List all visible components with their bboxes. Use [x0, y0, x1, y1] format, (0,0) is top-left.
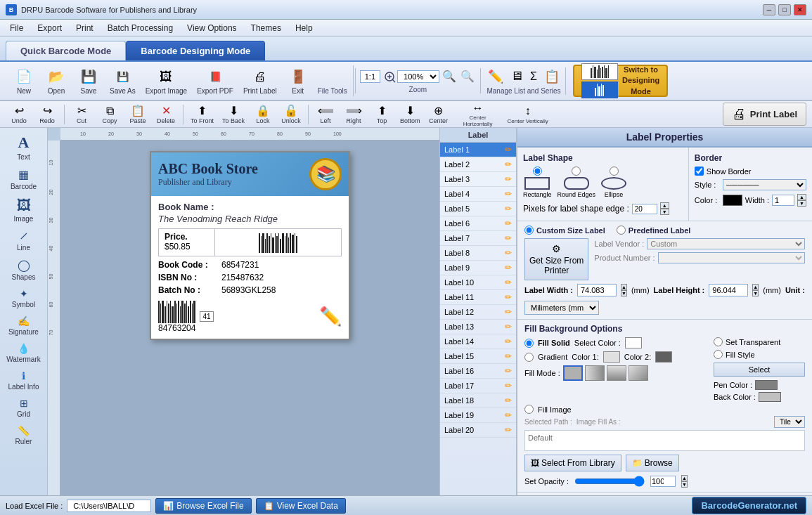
fill-style-radio[interactable]: [714, 350, 723, 359]
fill-solid-radio[interactable]: [524, 339, 534, 348]
design-canvas[interactable]: ABC Book Store Publisher and Library 📚 B…: [60, 141, 439, 495]
gradient-radio[interactable]: [524, 353, 534, 362]
pixels-down[interactable]: ▼: [660, 209, 669, 215]
label-edit-icon[interactable]: ✏: [505, 204, 512, 214]
manage-icon-1[interactable]: ✏️: [486, 67, 505, 86]
tool-symbol[interactable]: ✦ Symbol: [3, 285, 45, 311]
label-edit-icon[interactable]: ✏: [505, 248, 512, 258]
label-list-item[interactable]: Label 20✏: [440, 423, 516, 438]
opacity-up[interactable]: ▲: [681, 475, 688, 481]
new-button[interactable]: 📄 New: [8, 65, 39, 96]
save-button[interactable]: 💾 Save: [73, 65, 104, 96]
fill-mode-4[interactable]: [629, 365, 648, 381]
view-excel-button[interactable]: 📋 View Excel Data: [256, 498, 346, 514]
label-edit-icon[interactable]: ✏: [505, 410, 512, 420]
tool-label-info[interactable]: ℹ Label Info: [3, 367, 45, 393]
menu-item-help[interactable]: Help: [288, 22, 320, 34]
round-radio[interactable]: [572, 167, 581, 176]
tool-line[interactable]: ─ Line: [3, 227, 45, 254]
paste-button[interactable]: 📋 Paste: [124, 103, 151, 126]
manage-icon-3[interactable]: Σ: [529, 69, 539, 84]
opacity-down[interactable]: ▼: [681, 481, 688, 488]
browse-button[interactable]: 📁 Browse: [626, 455, 679, 471]
height-value-input[interactable]: [709, 284, 748, 296]
label-edit-icon[interactable]: ✏: [505, 278, 512, 287]
label-list-item[interactable]: Label 13✏: [440, 320, 516, 334]
manage-icon-4[interactable]: 📋: [543, 67, 561, 86]
fill-select-button[interactable]: Select: [714, 363, 805, 377]
label-edit-icon[interactable]: ✏: [505, 233, 512, 243]
height-spin-down[interactable]: ▼: [752, 290, 759, 296]
export-image-button[interactable]: 🖼 Export Image: [141, 65, 191, 96]
unit-select[interactable]: Milimeters (mm: [524, 301, 599, 315]
align-bottom-button[interactable]: ⬇ Bottom: [397, 103, 424, 126]
select-from-library-button[interactable]: 🖼 Select From Library: [524, 455, 621, 471]
label-edit-icon[interactable]: ✏: [505, 351, 512, 361]
browse-excel-button[interactable]: 📊 Browse Excel File: [155, 498, 251, 514]
label-edit-icon[interactable]: ✏: [505, 145, 512, 155]
predefined-size-radio[interactable]: [617, 226, 626, 235]
cut-button[interactable]: ✂ Cut: [68, 103, 95, 126]
border-style-select[interactable]: ────── - - - - ·······: [723, 179, 806, 190]
height-spin-up[interactable]: ▲: [752, 284, 759, 290]
pixels-up[interactable]: ▲: [660, 202, 669, 209]
label-edit-icon[interactable]: ✏: [505, 396, 512, 405]
label-list-item[interactable]: Label 8✏: [440, 246, 516, 261]
label-list-item[interactable]: Label 4✏: [440, 187, 516, 202]
tile-select[interactable]: Tile: [774, 416, 805, 428]
pixels-input[interactable]: [632, 204, 657, 214]
zoom-select[interactable]: 100%50%150%200%: [397, 70, 439, 83]
label-edit-icon[interactable]: ✏: [505, 381, 512, 391]
print-label-button[interactable]: 🖨 Print Label: [723, 103, 806, 126]
window-controls[interactable]: ─ □ ✕: [763, 4, 806, 15]
opacity-slider[interactable]: [574, 476, 645, 487]
tool-grid[interactable]: ⊞ Grid: [3, 395, 45, 421]
exit-button[interactable]: 🚪 Exit: [283, 65, 314, 96]
align-right-button[interactable]: ⟹ Right: [340, 103, 367, 126]
label-edit-icon[interactable]: ✏: [505, 292, 512, 302]
label-list-item[interactable]: Label 11✏: [440, 290, 516, 305]
fill-color-swatch[interactable]: [625, 337, 642, 348]
label-list-item[interactable]: Label 7✏: [440, 231, 516, 246]
label-edit-icon[interactable]: ✏: [505, 322, 512, 332]
tool-watermark[interactable]: 💧 Watermark: [3, 340, 45, 366]
ellipse-radio[interactable]: [610, 167, 619, 176]
label-list-item[interactable]: Label 9✏: [440, 261, 516, 275]
tool-signature[interactable]: ✍ Signature: [3, 313, 45, 339]
undo-button[interactable]: ↩ Undo: [6, 103, 32, 126]
back-color-swatch[interactable]: [759, 392, 781, 402]
tool-barcode[interactable]: ▦ Barcode: [3, 165, 45, 193]
zoom-out-button[interactable]: 🔍: [459, 68, 476, 84]
maximize-button[interactable]: □: [778, 4, 791, 15]
tool-ruler[interactable]: 📏 Ruler: [3, 422, 45, 448]
align-left-button[interactable]: ⟸ Left: [312, 103, 339, 126]
menu-item-view-options[interactable]: View Options: [180, 22, 243, 34]
center-h-button[interactable]: ↔ Center Horizontally: [453, 100, 503, 129]
menu-item-themes[interactable]: Themes: [244, 22, 288, 34]
custom-size-radio[interactable]: [524, 226, 534, 235]
label-edit-icon[interactable]: ✏: [505, 159, 512, 169]
width-value-input[interactable]: [577, 284, 617, 296]
label-edit-icon[interactable]: ✏: [505, 189, 512, 199]
gradient-color2-swatch[interactable]: [655, 351, 672, 363]
show-border-checkbox[interactable]: [695, 167, 704, 176]
border-width-input[interactable]: [772, 195, 794, 206]
to-back-button[interactable]: ⬇ To Back: [219, 103, 248, 126]
label-list-item[interactable]: Label 5✏: [440, 202, 516, 216]
tool-image[interactable]: 🖼 Image: [3, 195, 45, 226]
tab-quick-barcode[interactable]: Quick Barcode Mode: [6, 41, 126, 60]
width-spin-up[interactable]: ▲: [621, 284, 627, 290]
menu-item-export[interactable]: Export: [30, 22, 69, 34]
width-spin-down[interactable]: ▼: [621, 290, 627, 296]
manage-icon-2[interactable]: 🖥: [509, 67, 524, 85]
canvas-area[interactable]: 10 20 30 40 50 60 70 80 90 100: [48, 128, 439, 495]
redo-button[interactable]: ↪ Redo: [34, 103, 60, 126]
to-front-button[interactable]: ⬆ To Front: [187, 103, 217, 126]
label-edit-icon[interactable]: ✏: [505, 174, 512, 184]
label-preview[interactable]: ABC Book Store Publisher and Library 📚 B…: [150, 151, 350, 340]
close-button[interactable]: ✕: [794, 4, 806, 15]
lock-button[interactable]: 🔒 Lock: [250, 103, 276, 126]
gradient-color1-swatch[interactable]: [603, 351, 620, 363]
vendor-select[interactable]: Custom: [647, 238, 805, 249]
transparent-radio[interactable]: [714, 337, 723, 346]
